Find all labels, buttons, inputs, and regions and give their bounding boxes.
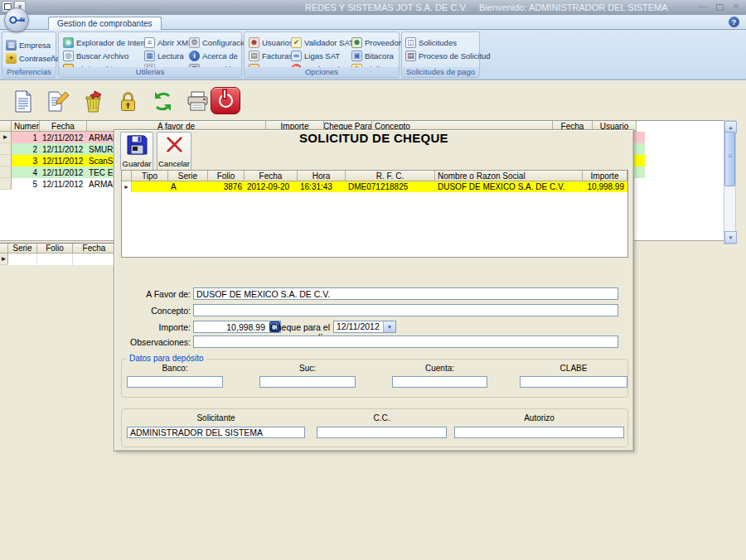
cell-numero: 1 [12, 132, 40, 143]
ribbon-item-buscar-archivo[interactable]: Buscar Archivo [63, 50, 128, 61]
magnifier-icon [63, 51, 74, 61]
vertical-scrollbar[interactable]: ▲ ▼ [724, 120, 736, 244]
refresh-button[interactable] [146, 84, 179, 118]
row-selector: ► [0, 253, 8, 265]
window-title: REDES Y SISTEMAS JOT S.A. DE C.V. [305, 2, 467, 12]
action-toolbar: Seleccione las solicitudes Todas Pendien… [0, 83, 746, 120]
cc-input[interactable] [317, 427, 447, 438]
ribbon-item-empresa[interactable]: Empresa [6, 39, 51, 51]
user-icon [249, 37, 259, 48]
printer-icon [186, 91, 209, 112]
ribbon-group-opciones: Usuarios Facturas Empresas Validador SAT… [244, 31, 400, 78]
ribbon-item-acerca-de[interactable]: Acerca de [189, 50, 238, 61]
col-fecha[interactable]: Fecha [40, 121, 87, 132]
chevron-down-icon[interactable]: ▼ [383, 321, 395, 332]
edit-document-icon [47, 90, 70, 113]
col-tipo[interactable]: Tipo [132, 171, 168, 181]
col-folio[interactable]: Folio [208, 171, 245, 181]
new-request-button[interactable] [7, 84, 40, 118]
table-row[interactable]: ► A 3876 2012-09-20 16:31:43 DME07121882… [122, 181, 627, 192]
close-button[interactable]: ✕ [731, 2, 741, 11]
cell-hora: 16:31:43 [298, 181, 346, 192]
ribbon-item-lectura[interactable]: Lectura [144, 50, 184, 61]
ribbon-item-validador-sat[interactable]: Validador SAT [291, 36, 354, 48]
print-button[interactable] [181, 84, 214, 118]
col-folio[interactable]: Folio [37, 244, 73, 253]
col-importe[interactable]: Importe [583, 171, 627, 181]
observaciones-input[interactable] [193, 336, 618, 348]
scroll-thumb[interactable] [724, 132, 735, 186]
row-selector [0, 167, 12, 178]
col-serie[interactable]: Serie [8, 244, 37, 253]
selector-header [122, 171, 132, 181]
solicitud-cheque-dialog: SOLICITUD DE CHEQUE Guardar Cancelar Tip… [114, 129, 634, 451]
clabe-input[interactable] [520, 376, 627, 388]
ribbon-group-solicitudes-pago: Solicitudes Proceso de Solicitud Solicit… [401, 31, 480, 78]
tab-gestion-comprobantes[interactable]: Gestion de comprobantes [48, 17, 162, 30]
ribbon-item-facturas[interactable]: Facturas [249, 50, 293, 61]
solicitante-input[interactable] [127, 427, 305, 438]
edit-request-button[interactable] [41, 84, 75, 118]
cell-numero: 5 [12, 178, 40, 190]
ribbon-item-solicitudes[interactable]: Solicitudes [405, 36, 457, 48]
delete-request-button[interactable] [76, 84, 109, 118]
save-label: Guardar [123, 159, 152, 168]
cell-fecha: 12/11/2012 [40, 143, 87, 155]
check-icon [291, 37, 302, 48]
cell-serie [8, 253, 37, 265]
scroll-down-button[interactable]: ▼ [724, 231, 737, 244]
cc-label: C.C. [317, 413, 447, 422]
col-nombre[interactable]: Nombre o Razon Social [435, 171, 583, 181]
xml-document-icon [144, 37, 155, 48]
col-rfc[interactable]: R. F. C. [346, 171, 435, 181]
ribbon-item-explorador[interactable]: Explorador de Internet [63, 36, 154, 48]
dialog-title: SOLICITUD DE CHEQUE [114, 131, 633, 145]
cell-tipo [132, 181, 168, 192]
suc-input[interactable] [259, 376, 356, 388]
col-serie[interactable]: Serie [168, 171, 208, 181]
col-hora[interactable]: Hora [298, 171, 346, 181]
col-fecha[interactable]: Fecha [73, 244, 116, 253]
floppy-disk-icon [127, 135, 148, 155]
row-selector [0, 143, 12, 155]
ribbon-item-ligas-sat[interactable]: Ligas SAT [291, 50, 340, 61]
row-selector: ► [122, 181, 132, 192]
favor-input[interactable] [193, 287, 618, 300]
key-icon [6, 9, 28, 31]
exit-button[interactable] [211, 87, 240, 114]
ribbon-item-bitacora[interactable]: Bitacora [351, 50, 394, 61]
save-button[interactable]: Guardar [120, 132, 153, 171]
delete-bucket-icon [83, 90, 104, 113]
col-numero[interactable]: Numero [12, 121, 40, 132]
concepto-input[interactable] [193, 304, 618, 316]
suc-label: Suc: [259, 364, 356, 373]
ribbon-item-contrasena[interactable]: Contraseña [6, 52, 60, 64]
cheque-dia-datepicker[interactable]: 12/11/2012 ▼ [333, 321, 396, 333]
lock-button[interactable] [111, 84, 144, 118]
row-selector [0, 155, 12, 167]
col-fecha[interactable]: Fecha [245, 171, 298, 181]
log-icon [351, 51, 362, 61]
cancel-label: Cancelar [158, 159, 190, 168]
banco-input[interactable] [127, 376, 223, 388]
cuenta-input[interactable] [392, 376, 487, 388]
help-button[interactable]: ? [729, 17, 739, 27]
cancel-button[interactable]: Cancelar [157, 132, 191, 171]
ribbon-item-abrir-xml[interactable]: Abrir XML [144, 36, 192, 48]
cuenta-label: Cuenta: [392, 364, 487, 373]
group-label-utilerias: Utilerias [59, 67, 241, 77]
restore-button[interactable] [715, 2, 724, 11]
ribbon-group-preferencias: Empresa Contraseña Preferencias [2, 31, 56, 78]
app-menu-button[interactable] [4, 7, 29, 32]
ribbon-item-configuracion[interactable]: Configuracion [189, 36, 251, 48]
row-selector [0, 178, 12, 190]
ribbon-item-usuarios[interactable]: Usuarios [249, 36, 293, 48]
autorizo-input[interactable] [454, 427, 624, 438]
cell-fecha: 2012-09-20 [245, 181, 298, 192]
lock-icon [119, 90, 138, 113]
invoice-icon [249, 51, 259, 61]
ribbon-item-proceso-solicitud[interactable]: Proceso de Solicitud [405, 50, 491, 61]
autorizo-label: Autorizo [454, 413, 624, 422]
minimize-button[interactable]: — [698, 2, 708, 11]
importe-label: Importe: [119, 322, 191, 332]
